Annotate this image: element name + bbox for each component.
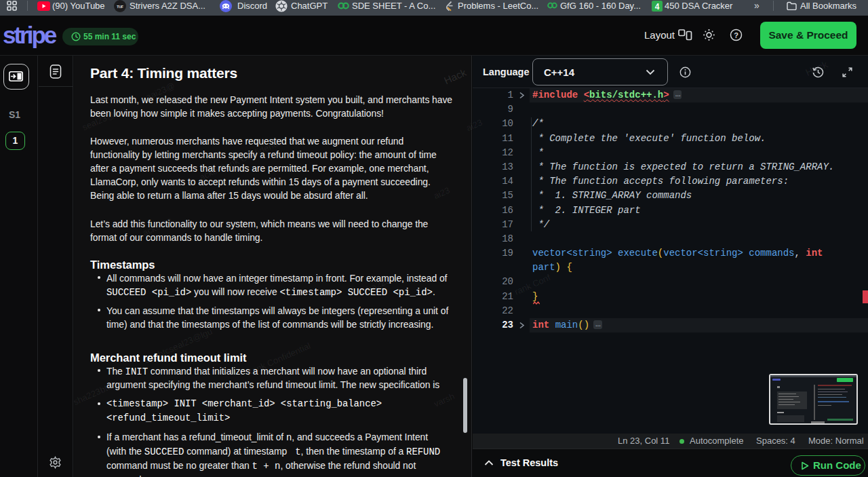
svg-text:?: ?	[734, 31, 738, 39]
svg-text:4: 4	[655, 2, 660, 12]
svg-text:TUF: TUF	[117, 5, 123, 9]
